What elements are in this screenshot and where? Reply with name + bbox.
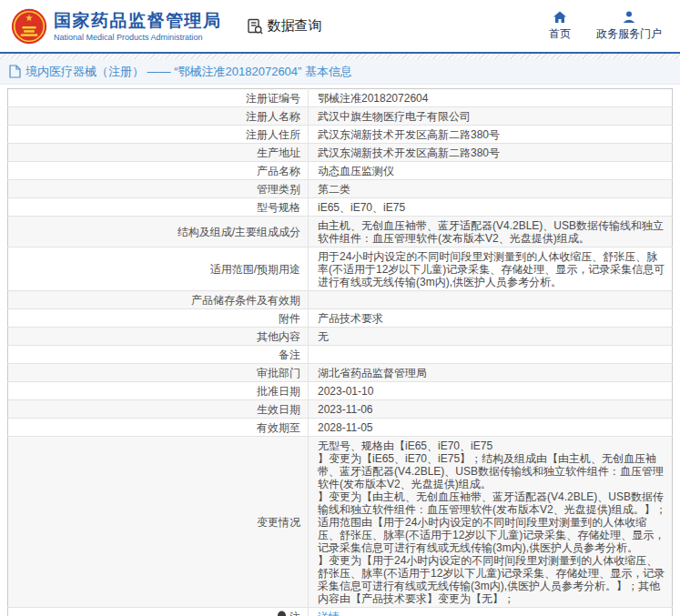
org-name-cn: 国家药品监督管理局 xyxy=(54,11,222,31)
row-label: 型号规格 xyxy=(257,201,300,214)
row-label-cell: 注册证编号 xyxy=(8,89,309,107)
data-query-label: 数据查询 xyxy=(268,17,322,35)
row-label-cell: 审批部门 xyxy=(8,364,309,382)
nav-item-home[interactable]: 首页 xyxy=(549,10,571,42)
row-label: 备注 xyxy=(279,348,300,361)
table-row: 其他内容 无 xyxy=(8,328,673,346)
row-label-cell: 结构及组成/主要组成成分 xyxy=(8,217,309,247)
row-label-cell: 其他内容 xyxy=(8,328,309,346)
row-label-cell: 型号规格 xyxy=(8,198,309,217)
row-value-cell xyxy=(309,291,673,309)
info-table-body: 注册证编号 鄂械注准20182072604 注册人名称 武汉中旗生物医疗电子有限… xyxy=(8,89,673,616)
row-label: 变更情况 xyxy=(257,516,300,529)
row-label: 注 xyxy=(289,611,300,616)
row-label: 产品名称 xyxy=(257,165,300,177)
row-value-cell: 动态血压监测仪 xyxy=(309,162,673,180)
table-row: 备注 xyxy=(8,346,673,364)
row-label: 批准日期 xyxy=(257,385,300,398)
national-emblem-icon xyxy=(11,8,47,45)
table-row: 注册证编号 鄂械注准20182072604 xyxy=(8,89,673,107)
row-value-cell: 第二类 xyxy=(309,180,673,198)
row-label-cell: 备注 xyxy=(8,346,309,364)
info-table: 注册证编号 鄂械注准20182072604 注册人名称 武汉中旗生物医疗电子有限… xyxy=(7,88,673,616)
row-label: 生效日期 xyxy=(257,403,300,416)
row-value-cell xyxy=(309,346,673,364)
table-row: 型号规格 iE65、iE70、iE75 xyxy=(8,198,673,217)
nav-portal-label: 政务服务门户 xyxy=(596,26,662,42)
row-label-cell: 生效日期 xyxy=(8,400,309,419)
table-row: 变更情况 无型号、规格由【iE65、iE70、iE75 】变更为【iE65、iE… xyxy=(8,437,673,608)
row-label-cell: 注 xyxy=(8,608,309,616)
table-row: 批准日期 2023-01-10 xyxy=(8,382,673,400)
site-header: 国家药品监督管理局 National Medical Products Admi… xyxy=(0,0,680,52)
table-row: 结构及组成/主要组成成分 由主机、无创血压袖带、蓝牙适配器(V4.2BLE)、U… xyxy=(8,217,673,247)
table-row: 注册人名称 武汉中旗生物医疗电子有限公司 xyxy=(8,107,673,126)
document-icon xyxy=(9,65,21,78)
org-names: 国家药品监督管理局 National Medical Products Admi… xyxy=(54,11,222,42)
row-value-cell: 2028-11-05 xyxy=(309,419,673,437)
row-label: 附件 xyxy=(279,312,300,325)
row-label-cell: 注册人名称 xyxy=(8,107,309,126)
table-row: 产品储存条件及有效期 xyxy=(8,291,673,309)
row-label: 产品储存条件及有效期 xyxy=(191,294,300,307)
row-label: 注册人名称 xyxy=(246,110,300,123)
row-label-cell: 变更情况 xyxy=(8,437,309,608)
comment-icon xyxy=(277,611,287,616)
table-row: 适用范围/预期用途 用于24小时内设定的不同时间段里对测量到的人体收缩压、舒张压… xyxy=(8,247,673,291)
site-logo[interactable]: 国家药品监督管理局 National Medical Products Admi… xyxy=(11,8,222,45)
row-value-cell: 2023-01-10 xyxy=(309,382,673,400)
row-value-cell: 鄂械注准20182072604 xyxy=(309,89,673,107)
detail-link[interactable]: 详情 xyxy=(318,611,340,616)
row-value-cell: 无 xyxy=(309,328,673,346)
info-table-wrap: 注册证编号 鄂械注准20182072604 注册人名称 武汉中旗生物医疗电子有限… xyxy=(7,88,673,616)
row-label-cell: 注册人住所 xyxy=(8,126,309,144)
row-label: 结构及组成/主要组成成分 xyxy=(178,226,300,238)
row-value-cell: iE65、iE70、iE75 xyxy=(309,198,673,217)
org-name-en: National Medical Products Administration xyxy=(54,33,222,42)
row-label: 注册人住所 xyxy=(246,128,300,141)
top-nav: 首页 政务服务门户 xyxy=(549,10,680,42)
row-value-cell: 由主机、无创血压袖带、蓝牙适配器(V4.2BLE)、USB数据传输线和独立软件组… xyxy=(309,217,673,247)
row-label: 有效期至 xyxy=(257,421,300,434)
row-label-cell: 产品名称 xyxy=(8,162,309,180)
table-row: 生产地址 武汉东湖新技术开发区高新二路380号 xyxy=(8,144,673,162)
table-row: 注册人住所 武汉东湖新技术开发区高新二路380号 xyxy=(8,126,673,144)
row-value-cell: 详情 xyxy=(309,608,673,616)
row-label: 生产地址 xyxy=(257,146,300,159)
row-label-cell: 批准日期 xyxy=(8,382,309,400)
row-label: 适用范围/预期用途 xyxy=(210,263,300,276)
row-value-cell: 湖北省药品监督管理局 xyxy=(309,364,673,382)
row-label-cell: 适用范围/预期用途 xyxy=(8,247,309,291)
row-label-cell: 产品储存条件及有效期 xyxy=(8,291,309,309)
data-query-menu[interactable]: 数据查询 xyxy=(246,17,322,35)
table-row: 附件 产品技术要求 xyxy=(8,309,673,328)
row-label: 其他内容 xyxy=(257,330,300,343)
home-icon xyxy=(553,10,567,25)
document-search-icon xyxy=(246,17,264,35)
nav-home-label: 首页 xyxy=(549,26,571,42)
row-label-cell: 管理类别 xyxy=(8,180,309,198)
table-row: 生效日期 2023-11-06 xyxy=(8,400,673,419)
breadcrumb: 境内医疗器械（注册） —— “鄂械注准20182072604” 基本信息 xyxy=(0,59,680,85)
row-value-cell: 武汉中旗生物医疗电子有限公司 xyxy=(309,107,673,126)
breadcrumb-text: 境内医疗器械（注册） —— “鄂械注准20182072604” 基本信息 xyxy=(25,64,352,80)
row-label: 注册证编号 xyxy=(246,92,300,105)
row-value-cell: 无型号、规格由【iE65、iE70、iE75 】变更为【iE65、iE70、iE… xyxy=(309,437,673,608)
row-label-cell: 有效期至 xyxy=(8,419,309,437)
table-row: 审批部门 湖北省药品监督管理局 xyxy=(8,364,673,382)
row-label: 审批部门 xyxy=(257,367,300,379)
row-value-cell: 武汉东湖新技术开发区高新二路380号 xyxy=(309,126,673,144)
row-label-cell: 附件 xyxy=(8,309,309,328)
nav-item-portal[interactable]: 政务服务门户 xyxy=(596,10,662,42)
row-value-cell: 2023-11-06 xyxy=(309,400,673,419)
table-row: 产品名称 动态血压监测仪 xyxy=(8,162,673,180)
row-value-cell: 产品技术要求 xyxy=(309,309,673,328)
table-row: 注 详情 xyxy=(8,608,673,616)
row-label: 管理类别 xyxy=(257,183,300,196)
row-value-cell: 武汉东湖新技术开发区高新二路380号 xyxy=(309,144,673,162)
user-icon xyxy=(622,10,636,25)
row-label-cell: 生产地址 xyxy=(8,144,309,162)
table-row: 管理类别 第二类 xyxy=(8,180,673,198)
table-row: 有效期至 2028-11-05 xyxy=(8,419,673,437)
row-value-cell: 用于24小时内设定的不同时间段里对测量到的人体收缩压、舒张压、脉率(不适用于12… xyxy=(309,247,673,291)
